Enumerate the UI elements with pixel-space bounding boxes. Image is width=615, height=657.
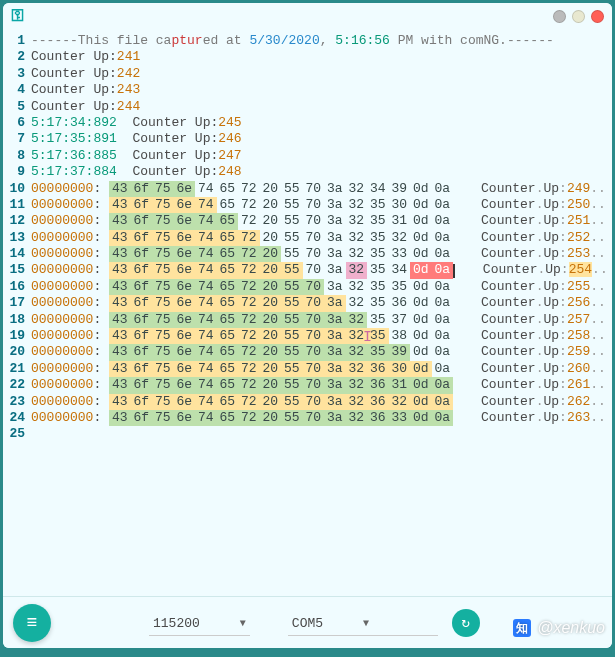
hex-line: 00000000: 436f756e7465722055703a3235330d… [31,246,612,262]
watermark-handle: @xenkuo [537,619,605,637]
hex-ascii: Counter.Up:253.. [481,246,606,262]
line-number: 21 [3,361,25,377]
line-number: 23 [3,394,25,410]
header-line: ------This file captured at 5/30/2020, 5… [31,33,612,49]
line-number: 16 [3,279,25,295]
empty-line [31,426,612,442]
line-number: 19 [3,328,25,344]
app-window: ⚿ 12345678910111213141516171819202122232… [3,3,612,648]
chevron-down-icon: ▼ [363,618,369,629]
hex-ascii: Counter.Up:262.. [481,394,606,410]
watermark: 知 @xenkuo [513,619,605,637]
refresh-button[interactable]: ↻ [452,609,480,637]
line-number: 10 [3,181,25,197]
hex-line: 00000000: 436f756e7465722055703a3236320d… [31,394,612,410]
hex-line: 00000000: 436f756e7465722055703a3234390d… [31,181,612,197]
close-button[interactable] [591,10,604,23]
hex-ascii: Counter.Up:251.. [481,213,606,229]
hex-line: 00000000: 436f756e7465722055703a3236310d… [31,377,612,393]
hex-ascii: Counter.Up:261.. [481,377,606,393]
line-number: 7 [3,131,25,147]
editor-cursor [453,264,455,278]
hex-line: 00000000: 436f756e7465722055703a3235360d… [31,295,612,311]
baud-value: 115200 [153,616,200,631]
line-number: 4 [3,82,25,98]
minimize-button[interactable] [553,10,566,23]
hex-ascii: Counter.Up:255.. [481,279,606,295]
counter-line: Counter Up:243 [31,82,612,98]
line-number: 3 [3,66,25,82]
hex-ascii: Counter.Up:254.. [483,262,608,278]
line-number: 20 [3,344,25,360]
hex-ascii: Counter.Up:263.. [481,410,606,426]
maximize-button[interactable] [572,10,585,23]
line-numbers: 1234567891011121314151617181920212223242… [3,29,31,596]
hex-ascii: Counter.Up:257.. [481,312,606,328]
hex-line: 00000000: 436f756e7465722055703a3235370d… [31,312,612,328]
line-number: 14 [3,246,25,262]
line-number: 5 [3,99,25,115]
hex-line: 00000000: 436f756e7465722055703a3236330d… [31,410,612,426]
hex-ascii: Counter.Up:252.. [481,230,606,246]
line-number: 6 [3,115,25,131]
key-icon: ⚿ [11,8,25,24]
titlebar: ⚿ [3,3,612,29]
timed-counter-line: 5:17:37:884 Counter Up:248 [31,164,612,180]
hex-line: 00000000: 436f756e7465722055703a3235300d… [31,197,612,213]
hex-line: 00000000: 436f756e7465722055703a3235340d… [31,262,612,278]
line-number: 1 [3,33,25,49]
window-controls [553,10,604,23]
line-number: 25 [3,426,25,442]
line-number: 9 [3,164,25,180]
editor-area[interactable]: 1234567891011121314151617181920212223242… [3,29,612,596]
line-number: 22 [3,377,25,393]
line-number: 12 [3,213,25,229]
zhihu-icon: 知 [513,619,531,637]
counter-line: Counter Up:242 [31,66,612,82]
hex-line: 00000000: 436f756e7465722055703a3235310d… [31,213,612,229]
counter-line: Counter Up:244 [31,99,612,115]
chevron-down-icon: ▼ [240,618,246,629]
baud-select[interactable]: 115200 ▼ [149,610,250,636]
hex-ascii: Counter.Up:259.. [481,344,606,360]
line-number: 8 [3,148,25,164]
hex-ascii: Counter.Up:260.. [481,361,606,377]
line-number: 11 [3,197,25,213]
timed-counter-line: 5:17:35:891 Counter Up:246 [31,131,612,147]
counter-line: Counter Up:241 [31,49,612,65]
line-number: 15 [3,262,25,278]
port-value: COM5 [292,616,323,631]
hex-line: 00000000: 436f756e7465722055703a3235390d… [31,344,612,360]
hex-ascii: Counter.Up:249.. [481,181,606,197]
line-number: 24 [3,410,25,426]
timed-counter-line: 5:17:36:885 Counter Up:247 [31,148,612,164]
hex-ascii: Counter.Up:258.. [481,328,606,344]
hex-ascii: Counter.Up:250.. [481,197,606,213]
menu-button[interactable]: ≡ [13,604,51,642]
line-number: 2 [3,49,25,65]
hex-line: 00000000: 436f756e7465722055703a3236300d… [31,361,612,377]
editor-content[interactable]: ------This file captured at 5/30/2020, 5… [31,29,612,596]
line-number: 13 [3,230,25,246]
line-number: 18 [3,312,25,328]
timed-counter-line: 5:17:34:892 Counter Up:245 [31,115,612,131]
hex-line: 00000000: 436f756e7465722055703a3235350d… [31,279,612,295]
port-select[interactable]: COM5 ▼ [288,610,438,636]
line-number: 17 [3,295,25,311]
hex-ascii: Counter.Up:256.. [481,295,606,311]
hex-line: 00000000: 436f756e7465722055703a3235320d… [31,230,612,246]
hex-line: 00000000: 436f756e7465722055703a3235380d… [31,328,612,344]
